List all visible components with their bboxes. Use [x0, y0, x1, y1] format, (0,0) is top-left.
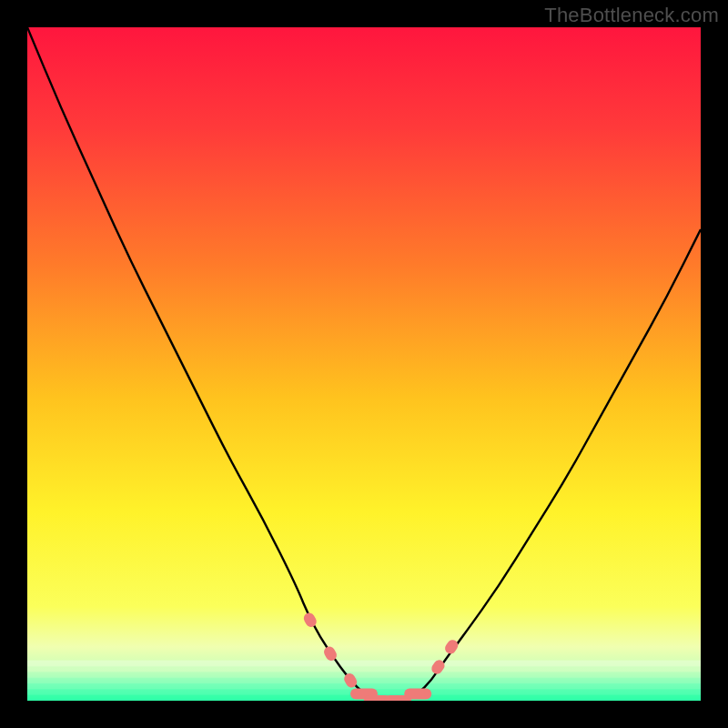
chart-svg — [27, 27, 701, 701]
attribution-text: TheBottleneck.com — [544, 4, 719, 27]
curve-marker — [404, 689, 431, 700]
svg-rect-0 — [27, 661, 701, 667]
plot-area — [27, 27, 701, 701]
svg-rect-2 — [27, 672, 701, 678]
chart-frame: TheBottleneck.com — [0, 0, 728, 728]
gradient-background — [27, 27, 701, 701]
svg-rect-1 — [27, 666, 701, 672]
svg-rect-3 — [27, 678, 701, 684]
